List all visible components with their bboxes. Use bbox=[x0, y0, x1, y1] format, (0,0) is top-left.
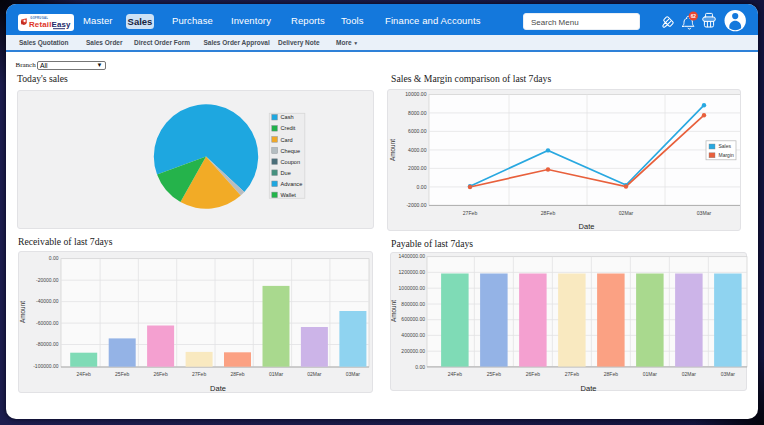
svg-text:28Feb: 28Feb bbox=[604, 371, 618, 377]
svg-text:Credit: Credit bbox=[281, 125, 296, 131]
svg-text:-100000.00: -100000.00 bbox=[33, 363, 59, 369]
svg-text:Amount: Amount bbox=[19, 301, 26, 323]
svg-text:26Feb: 26Feb bbox=[526, 371, 540, 377]
svg-text:01Mar: 01Mar bbox=[643, 371, 658, 377]
svg-text:-2000.00: -2000.00 bbox=[406, 202, 426, 208]
svg-text:24Feb: 24Feb bbox=[77, 371, 91, 377]
svg-text:27Feb: 27Feb bbox=[192, 371, 206, 377]
svg-text:-80000.00: -80000.00 bbox=[36, 341, 59, 347]
svg-text:02Mar: 02Mar bbox=[619, 210, 634, 216]
svg-text:03Mar: 03Mar bbox=[697, 210, 712, 216]
svg-text:Amount: Amount bbox=[391, 300, 397, 322]
svg-text:Margin: Margin bbox=[719, 152, 735, 158]
svg-text:0.00: 0.00 bbox=[415, 364, 425, 370]
svg-text:10000.00: 10000.00 bbox=[405, 91, 426, 97]
svg-text:03Mar: 03Mar bbox=[721, 371, 736, 377]
svg-text:1000000.00: 1000000.00 bbox=[399, 285, 426, 291]
svg-text:62: 62 bbox=[691, 14, 697, 19]
svg-text:02Mar: 02Mar bbox=[682, 371, 697, 377]
svg-text:27Feb: 27Feb bbox=[463, 210, 478, 216]
svg-text:200000.00: 200000.00 bbox=[401, 348, 425, 354]
svg-text:6000.00: 6000.00 bbox=[408, 128, 427, 134]
svg-text:800000.00: 800000.00 bbox=[401, 301, 425, 307]
svg-text:Wallet: Wallet bbox=[281, 192, 297, 198]
svg-text:0.00: 0.00 bbox=[417, 184, 427, 190]
svg-text:1400000.00: 1400000.00 bbox=[399, 253, 426, 259]
svg-text:4000.00: 4000.00 bbox=[408, 147, 427, 153]
svg-text:Cash: Cash bbox=[281, 114, 294, 120]
svg-text:Card: Card bbox=[281, 137, 293, 143]
svg-text:8000.00: 8000.00 bbox=[408, 110, 427, 116]
svg-text:Due: Due bbox=[281, 170, 291, 176]
svg-text:Date: Date bbox=[579, 222, 595, 231]
svg-text:Date: Date bbox=[581, 384, 597, 393]
svg-text:0.00: 0.00 bbox=[49, 255, 59, 261]
svg-text:Date: Date bbox=[210, 384, 226, 392]
svg-text:02Mar: 02Mar bbox=[307, 371, 322, 377]
svg-text:25Feb: 25Feb bbox=[115, 371, 129, 377]
svg-text:400000.00: 400000.00 bbox=[401, 332, 425, 338]
svg-text:Sales: Sales bbox=[719, 143, 732, 149]
svg-text:Coupon: Coupon bbox=[281, 159, 301, 165]
svg-text:-40000.00: -40000.00 bbox=[36, 298, 59, 304]
svg-text:03Mar: 03Mar bbox=[346, 371, 361, 377]
svg-text:Advance: Advance bbox=[281, 181, 303, 187]
svg-text:Amount: Amount bbox=[389, 139, 396, 161]
svg-text:01Mar: 01Mar bbox=[269, 371, 284, 377]
svg-text:RetailEasy: RetailEasy bbox=[29, 20, 71, 29]
svg-text:25Feb: 25Feb bbox=[487, 371, 501, 377]
svg-text:1200000.00: 1200000.00 bbox=[399, 269, 426, 275]
svg-text:28Feb: 28Feb bbox=[230, 371, 244, 377]
svg-text:600000.00: 600000.00 bbox=[401, 316, 425, 322]
svg-text:26Feb: 26Feb bbox=[154, 371, 168, 377]
svg-text:Cheque: Cheque bbox=[281, 148, 301, 154]
svg-text:28Feb: 28Feb bbox=[541, 210, 556, 216]
svg-text:24Feb: 24Feb bbox=[448, 371, 462, 377]
svg-text:-20000.00: -20000.00 bbox=[36, 277, 59, 283]
svg-text:-60000.00: -60000.00 bbox=[36, 320, 59, 326]
svg-text:2000.00: 2000.00 bbox=[408, 165, 427, 171]
svg-text:27Feb: 27Feb bbox=[565, 371, 579, 377]
